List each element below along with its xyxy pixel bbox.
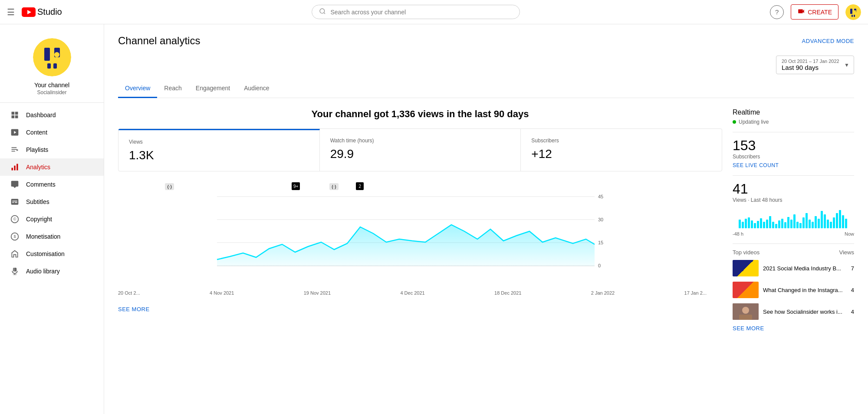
- realtime-views-label: Views · Last 48 hours: [733, 197, 854, 203]
- topnav-left: ☰ Studio: [7, 7, 62, 17]
- see-live-count-button[interactable]: SEE LIVE COUNT: [733, 162, 854, 168]
- top-video-views-0: 7: [851, 265, 854, 272]
- sidebar-label-analytics: Analytics: [26, 164, 50, 171]
- svg-rect-69: [796, 222, 799, 228]
- svg-rect-8: [854, 15, 855, 17]
- svg-rect-68: [793, 214, 796, 228]
- advanced-mode-button[interactable]: ADVANCED MODE: [802, 38, 854, 44]
- sidebar-item-monetisation[interactable]: $ Monetisation: [0, 228, 104, 245]
- create-icon: [797, 7, 805, 16]
- svg-rect-83: [839, 210, 841, 228]
- sidebar-item-dashboard[interactable]: Dashboard: [0, 106, 104, 124]
- metric-label-watch-time: Watch time (hours): [330, 138, 510, 144]
- date-range-selector[interactable]: 20 Oct 2021 – 17 Jan 2022 Last 90 days ▼: [776, 56, 854, 74]
- avatar-svg: [845, 4, 861, 20]
- yt-studio-logo[interactable]: Studio: [22, 7, 62, 17]
- search-input[interactable]: [330, 9, 513, 16]
- svg-rect-40: [13, 275, 16, 275]
- tab-reach[interactable]: Reach: [157, 79, 188, 98]
- sidebar-label-comments: Comments: [26, 181, 56, 188]
- sidebar-item-customisation[interactable]: Customisation: [0, 245, 104, 263]
- svg-rect-7: [852, 15, 853, 17]
- svg-rect-73: [809, 220, 811, 228]
- sidebar-label-customisation: Customisation: [26, 250, 65, 257]
- top-video-row-0[interactable]: 2021 Social Media Industry B... 7: [733, 260, 854, 276]
- x-label-5: 2 Jan 2022: [591, 290, 615, 296]
- customisation-icon: [10, 250, 19, 258]
- sidebar-item-playlists[interactable]: Playlists: [0, 141, 104, 158]
- svg-rect-26: [12, 168, 13, 171]
- realtime-title: Realtime: [733, 108, 854, 116]
- svg-text:0: 0: [598, 263, 601, 268]
- mini-chart-svg: [733, 207, 854, 228]
- svg-text:45: 45: [598, 194, 603, 199]
- analytics-sidebar: Realtime Updating live 153 Subscribers S…: [733, 108, 854, 332]
- x-label-0: 20 Oct 2...: [118, 290, 140, 296]
- user-avatar[interactable]: [845, 4, 861, 20]
- channel-avatar-svg: [33, 38, 71, 76]
- realtime-subscribers-num: 153: [733, 138, 854, 154]
- top-video-views-2: 4: [851, 309, 854, 315]
- svg-rect-78: [824, 214, 826, 228]
- tab-audience[interactable]: Audience: [237, 79, 276, 98]
- metric-value-watch-time: 29.9: [330, 147, 510, 161]
- search-icon: [319, 8, 326, 16]
- svg-rect-81: [833, 217, 835, 228]
- metric-value-subscribers: +12: [531, 147, 711, 161]
- tab-engagement[interactable]: Engagement: [189, 79, 237, 98]
- sidebar-label-monetisation: Monetisation: [26, 233, 60, 240]
- playlists-icon: [10, 145, 19, 154]
- metric-card-views[interactable]: Views 1.3K: [118, 129, 320, 171]
- svg-rect-19: [15, 115, 18, 118]
- sidebar-item-comments[interactable]: Comments: [0, 176, 104, 193]
- svg-rect-11: [44, 48, 50, 61]
- date-range-value: Last 90 days: [782, 64, 840, 71]
- sidebar-item-copyright[interactable]: © Copyright: [0, 210, 104, 228]
- svg-rect-62: [775, 224, 777, 228]
- sidebar-label-playlists: Playlists: [26, 146, 48, 153]
- sidebar-item-audio-library[interactable]: Audio library: [0, 263, 104, 280]
- svg-rect-32: [12, 201, 17, 202]
- mini-chart-labels: -48 h Now: [733, 231, 854, 237]
- svg-rect-38: [13, 268, 15, 272]
- metric-card-watch-time[interactable]: Watch time (hours) 29.9: [320, 129, 521, 171]
- svg-rect-29: [11, 199, 19, 204]
- x-label-4: 18 Dec 2021: [494, 290, 521, 296]
- channel-handle: Socialinsider: [37, 89, 66, 95]
- hamburger-icon[interactable]: ☰: [7, 7, 15, 17]
- svg-rect-71: [802, 217, 805, 228]
- sidebar-item-subtitles[interactable]: Subtitles: [0, 193, 104, 210]
- content-icon: [10, 128, 19, 137]
- svg-point-4: [845, 4, 861, 20]
- metric-card-subscribers[interactable]: Subscribers +12: [521, 129, 722, 171]
- svg-rect-84: [842, 215, 844, 228]
- svg-rect-55: [754, 223, 756, 228]
- top-videos-header: Top videos Views: [733, 249, 854, 256]
- sidebar-item-analytics[interactable]: Analytics: [0, 158, 104, 176]
- thumb-3-svg: [733, 303, 759, 320]
- yt-logo-svg: [22, 7, 36, 17]
- svg-rect-23: [12, 149, 17, 150]
- top-video-row-1[interactable]: What Changed in the Instagra... 4: [733, 282, 854, 298]
- search-bar[interactable]: [312, 5, 520, 19]
- svg-rect-54: [751, 220, 753, 228]
- marker-2: 9+: [292, 182, 300, 191]
- tab-overview[interactable]: Overview: [118, 79, 157, 98]
- page-title: Channel analytics: [118, 35, 200, 47]
- create-button[interactable]: CREATE: [791, 4, 838, 20]
- top-video-row-2[interactable]: See how Socialinsider works i... 4: [733, 303, 854, 320]
- divider-1: [733, 132, 854, 132]
- sidebar-see-more-button[interactable]: SEE MORE: [733, 325, 854, 332]
- help-button[interactable]: ?: [770, 5, 784, 19]
- svg-rect-65: [784, 222, 786, 228]
- svg-rect-30: [12, 202, 14, 203]
- main-layout: Your channel Socialinsider Dashboard Con…: [0, 24, 868, 414]
- main-chart-svg: 45 30 15 0: [118, 192, 707, 288]
- copyright-icon: ©: [10, 215, 19, 223]
- sidebar-item-content[interactable]: Content: [0, 124, 104, 141]
- sidebar-label-subtitles: Subtitles: [26, 198, 49, 205]
- svg-rect-17: [15, 112, 18, 115]
- channel-avatar[interactable]: [33, 38, 71, 76]
- see-more-button[interactable]: SEE MORE: [118, 302, 722, 316]
- search-area: [62, 5, 770, 19]
